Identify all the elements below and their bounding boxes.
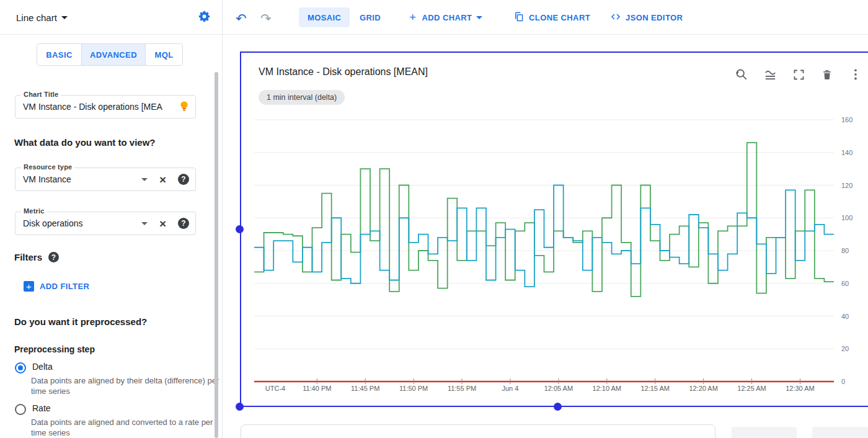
chart-widget-card[interactable]: VM Instance - Disk operations [MEAN] 1 m… <box>240 51 868 407</box>
gear-icon <box>197 9 211 25</box>
svg-text:12:30 AM: 12:30 AM <box>786 385 814 392</box>
preprocess-heading: Do you want it preprocessed? <box>14 316 147 327</box>
editor-mode-tabs: BASIC ADVANCED MQL <box>37 43 183 66</box>
svg-text:Jun 4: Jun 4 <box>502 385 518 392</box>
clear-icon[interactable]: × <box>159 174 166 185</box>
svg-text:120: 120 <box>841 182 852 189</box>
radio-delta-label: Delta <box>32 362 53 373</box>
filters-heading-label: Filters <box>14 252 42 262</box>
svg-text:0: 0 <box>841 378 845 385</box>
chevron-down-icon <box>61 16 68 19</box>
preprocess-step-label: Preprocessing step <box>14 344 95 354</box>
dropdown-caret-icon[interactable] <box>141 222 148 225</box>
svg-text:11:50 PM: 11:50 PM <box>399 385 428 392</box>
metric-field[interactable]: Metric Disk operations × ? <box>15 212 196 235</box>
chart-title-field[interactable]: Chart Title <box>15 95 196 118</box>
dropdown-caret-icon[interactable] <box>141 178 148 181</box>
svg-text:12:15 AM: 12:15 AM <box>640 385 669 392</box>
code-icon <box>610 12 621 24</box>
clear-icon[interactable]: × <box>159 218 166 230</box>
radio-option-delta: Delta <box>15 362 53 373</box>
svg-text:20: 20 <box>841 345 849 352</box>
resource-type-value: VM Instance <box>23 174 141 184</box>
radio-option-rate: Rate <box>15 403 51 415</box>
clone-chart-label: CLONE CHART <box>529 13 590 22</box>
svg-text:11:40 PM: 11:40 PM <box>303 385 331 392</box>
next-widget-placeholder[interactable] <box>732 427 797 438</box>
filters-heading: Filters ? <box>14 252 59 262</box>
panel-divider <box>222 0 223 438</box>
add-box-icon: + <box>24 281 34 292</box>
svg-text:100: 100 <box>841 214 852 221</box>
help-icon[interactable]: ? <box>178 174 189 185</box>
metric-value: Disk operations <box>23 218 141 228</box>
resize-handle-left[interactable] <box>236 225 244 233</box>
svg-text:40: 40 <box>841 313 849 320</box>
clone-chart-button[interactable]: CLONE CHART <box>513 7 590 27</box>
svg-text:11:55 PM: 11:55 PM <box>448 385 476 392</box>
tab-mql[interactable]: MQL <box>145 44 182 65</box>
lightbulb-icon[interactable] <box>179 101 189 113</box>
chart-title-field-label: Chart Title <box>21 91 61 98</box>
svg-text:11:45 PM: 11:45 PM <box>351 385 379 392</box>
add-filter-label: ADD FILTER <box>40 282 89 291</box>
metric-label: Metric <box>21 207 47 215</box>
radio-rate-description: Data points are aligned and converted to… <box>31 417 220 438</box>
svg-text:12:05 AM: 12:05 AM <box>544 385 573 392</box>
chart-type-dropdown[interactable]: Line chart <box>16 7 68 27</box>
next-widget-card[interactable] <box>241 424 715 438</box>
svg-text:60: 60 <box>841 280 849 287</box>
svg-text:UTC-4: UTC-4 <box>265 385 285 392</box>
clone-icon <box>513 11 525 24</box>
svg-text:140: 140 <box>841 149 852 156</box>
undo-icon: ↶ <box>236 11 247 26</box>
tab-grid[interactable]: GRID <box>355 7 386 27</box>
chevron-down-icon <box>476 16 482 19</box>
radio-delta-description: Data points are aligned by their delta (… <box>31 375 220 396</box>
data-section-heading: What data do you want to view? <box>14 137 156 148</box>
help-icon[interactable]: ? <box>178 218 189 229</box>
chart-editor-app: Line chart ↶ ↷ MOSAIC <box>0 0 868 438</box>
tab-mosaic[interactable]: MOSAIC <box>299 7 350 27</box>
tab-mosaic-label: MOSAIC <box>308 13 341 22</box>
tab-advanced[interactable]: ADVANCED <box>81 44 145 65</box>
radio-unselected-icon[interactable] <box>15 404 26 415</box>
chart-plot: 02040608010012014016011:40 PM11:45 PM11:… <box>241 53 867 406</box>
add-chart-button[interactable]: + ADD CHART <box>409 7 482 27</box>
svg-text:80: 80 <box>841 247 849 254</box>
radio-selected-icon[interactable] <box>15 362 26 373</box>
resource-type-field[interactable]: Resource type VM Instance × ? <box>15 168 196 191</box>
plus-icon: + <box>409 11 417 24</box>
svg-text:12:10 AM: 12:10 AM <box>593 385 621 392</box>
tab-basic[interactable]: BASIC <box>37 44 81 65</box>
chart-type-label: Line chart <box>16 12 57 23</box>
next-widget-placeholder[interactable] <box>812 427 868 438</box>
undo-button[interactable]: ↶ <box>236 9 247 29</box>
chart-title-input[interactable] <box>23 102 179 112</box>
svg-text:160: 160 <box>841 116 852 123</box>
tab-grid-label: GRID <box>360 13 381 22</box>
svg-text:12:20 AM: 12:20 AM <box>689 385 717 392</box>
add-filter-button[interactable]: + ADD FILTER <box>24 281 89 292</box>
add-chart-label: ADD CHART <box>422 13 472 22</box>
resource-type-label: Resource type <box>21 163 74 171</box>
help-icon[interactable]: ? <box>48 252 59 262</box>
redo-icon: ↷ <box>260 11 272 26</box>
resize-handle-bottom[interactable] <box>554 403 562 411</box>
json-editor-button[interactable]: JSON EDITOR <box>610 7 683 27</box>
settings-button[interactable] <box>197 10 211 25</box>
redo-button[interactable]: ↷ <box>260 9 272 29</box>
sidebar-scrollbar[interactable] <box>215 72 218 438</box>
json-editor-label: JSON EDITOR <box>626 13 683 22</box>
radio-rate-label: Rate <box>32 403 51 415</box>
svg-text:12:25 AM: 12:25 AM <box>737 385 766 392</box>
resize-handle-bottom-left[interactable] <box>236 403 244 411</box>
top-toolbar: Line chart ↶ ↷ MOSAIC <box>0 0 868 35</box>
